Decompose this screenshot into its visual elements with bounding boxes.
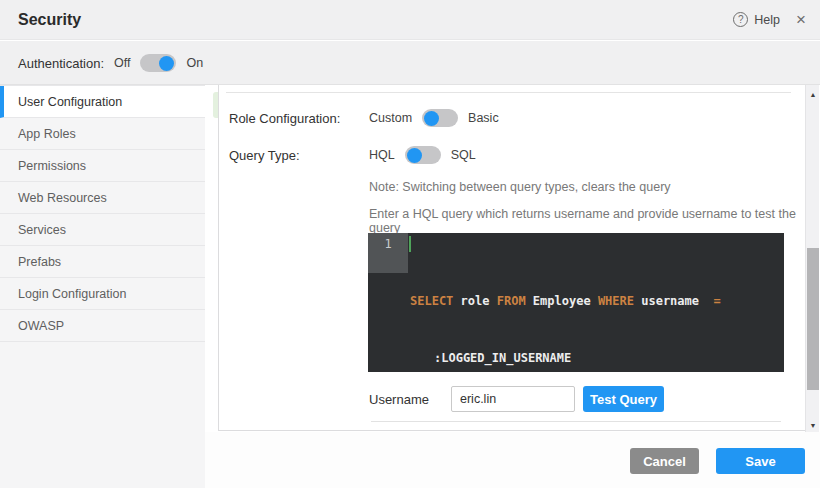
editor-line-number: 1 [368, 233, 408, 273]
test-query-button[interactable]: Test Query [583, 386, 664, 412]
cancel-button[interactable]: Cancel [630, 448, 699, 474]
vertical-scrollbar[interactable]: ▲ ▼ [805, 85, 819, 434]
sidebar-item-services[interactable]: Services [0, 214, 205, 246]
sidebar-item-label: OWASP [18, 319, 64, 333]
sql-keyword: FROM [497, 294, 526, 308]
scroll-up-icon[interactable]: ▲ [806, 87, 820, 101]
query-type-label: Query Type: [229, 148, 369, 163]
role-basic-label: Basic [468, 111, 499, 125]
sql-parameter: :LOGGED_IN_USERNAME [434, 351, 571, 365]
window-header: Security ? Help × [0, 0, 820, 40]
query-hql-label: HQL [369, 148, 395, 162]
help-label: Help [754, 13, 780, 27]
role-configuration-label: Role Configuration: [229, 111, 369, 126]
sidebar-item-label: Login Configuration [18, 287, 126, 301]
query-sql-label: SQL [451, 148, 476, 162]
query-type-toggle[interactable] [405, 146, 441, 164]
code-line-1: SELECT role FROM Employee WHERE username… [410, 292, 721, 311]
query-instruction: Enter a HQL query which returns username… [369, 207, 805, 235]
sidebar-item-prefabs[interactable]: Prefabs [0, 246, 205, 278]
sql-identifier: role [453, 294, 496, 308]
sidebar-item-label: Permissions [18, 159, 86, 173]
sidebar-item-login-configuration[interactable]: Login Configuration [0, 278, 205, 310]
sidebar-item-label: Web Resources [18, 191, 107, 205]
scroll-down-icon[interactable]: ▼ [806, 418, 820, 432]
auth-off-label: Off [114, 56, 130, 70]
user-configuration-panel: Role Configuration: Custom Basic Query T… [218, 85, 805, 431]
sql-identifier: Employee [526, 294, 598, 308]
sql-operator: = [706, 294, 720, 308]
editor-code-area[interactable]: SELECT role FROM Employee WHERE username… [408, 233, 727, 372]
authentication-label: Authentication: [18, 56, 104, 71]
sidebar-item-label: User Configuration [18, 95, 122, 109]
username-label: Username [369, 392, 451, 407]
save-button[interactable]: Save [716, 448, 805, 474]
editor-gutter: 1 [368, 233, 408, 372]
sidebar-item-web-resources[interactable]: Web Resources [0, 182, 205, 214]
toggle-knob [424, 111, 439, 126]
page-title: Security [18, 11, 81, 29]
sidebar-item-label: Services [18, 223, 66, 237]
scrollbar-thumb[interactable] [807, 248, 819, 390]
sidebar-item-label: Prefabs [18, 255, 61, 269]
sql-keyword: WHERE [598, 294, 634, 308]
help-icon: ? [733, 12, 748, 27]
code-line-2: :LOGGED_IN_USERNAME [410, 349, 721, 368]
dialog-footer: Cancel Save [205, 432, 820, 488]
sql-keyword: SELECT [410, 294, 453, 308]
authentication-bar: Authentication: Off On ✓ Tested query su… [0, 41, 820, 85]
sidebar-item-user-configuration[interactable]: User Configuration [0, 86, 205, 118]
query-switch-note: Note: Switching between query types, cle… [369, 180, 671, 194]
sql-identifier: username [634, 294, 706, 308]
toggle-knob [407, 148, 422, 163]
section-divider [371, 421, 781, 422]
sidebar-item-permissions[interactable]: Permissions [0, 150, 205, 182]
sidebar-item-owasp[interactable]: OWASP [0, 310, 205, 342]
role-custom-label: Custom [369, 111, 412, 125]
toggle-knob [159, 56, 174, 71]
hql-query-editor[interactable]: 1 SELECT role FROM Employee WHERE userna… [368, 233, 784, 372]
sidebar-item-label: App Roles [18, 127, 76, 141]
text-caret [409, 236, 411, 252]
role-configuration-toggle[interactable] [422, 109, 458, 127]
help-button[interactable]: ? Help [733, 12, 780, 27]
section-divider [226, 92, 791, 93]
auth-on-label: On [186, 56, 203, 70]
sidebar-item-app-roles[interactable]: App Roles [0, 118, 205, 150]
close-icon[interactable]: × [796, 11, 806, 28]
authentication-toggle[interactable] [140, 54, 176, 72]
username-input[interactable] [451, 386, 575, 412]
settings-sidebar: User Configuration App Roles Permissions… [0, 85, 205, 488]
